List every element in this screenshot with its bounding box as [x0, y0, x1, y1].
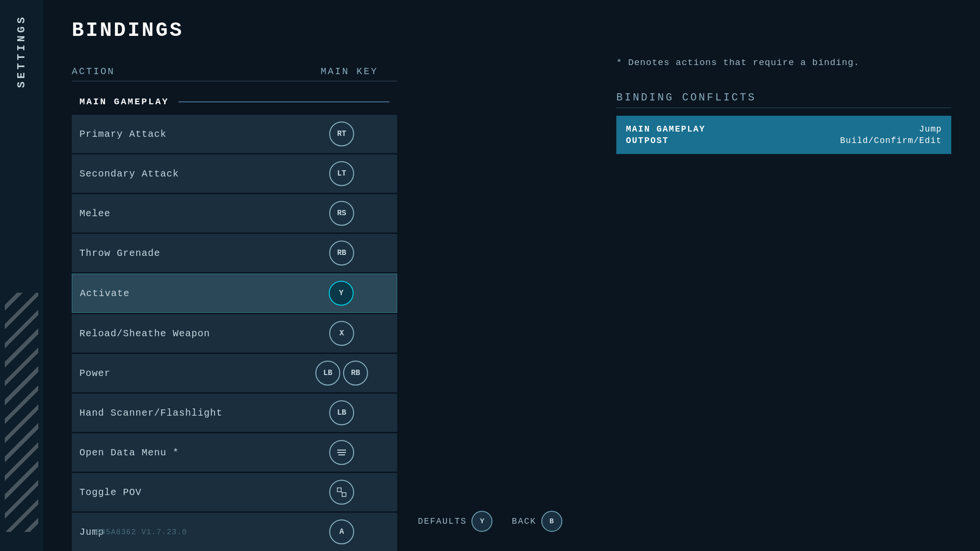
conflict-context-outpost: OUTPOST — [626, 136, 705, 145]
key-buttons: Y — [293, 281, 389, 306]
action-label: Toggle POV — [79, 487, 294, 498]
svg-line-2 — [341, 492, 342, 493]
key-Y: Y — [329, 281, 354, 306]
key-RT: RT — [329, 121, 354, 146]
binding-row-primary-attack[interactable]: Primary Attack RT — [72, 115, 397, 153]
action-label: Activate — [80, 288, 293, 299]
key-buttons: LT — [294, 161, 390, 186]
main-content: BINDINGS ACTION MAIN KEY MAIN GAMEPLAY P… — [43, 0, 980, 551]
nav-defaults[interactable]: DEFAULTS Y — [418, 511, 492, 532]
binding-row-hand-scanner[interactable]: Hand Scanner/Flashlight LB — [72, 394, 397, 432]
binding-row-open-data-menu[interactable]: Open Data Menu * — [72, 433, 397, 472]
binding-row-toggle-pov[interactable]: Toggle POV — [72, 473, 397, 511]
key-RB: RB — [329, 241, 354, 265]
action-label: Power — [79, 368, 294, 379]
section-main-gameplay: MAIN GAMEPLAY — [72, 91, 397, 113]
svg-rect-1 — [342, 493, 346, 496]
key-buttons: RB — [294, 241, 390, 265]
action-label: Secondary Attack — [79, 168, 294, 179]
defaults-key: Y — [472, 511, 493, 532]
binding-row-activate[interactable]: Activate Y — [72, 274, 397, 313]
version-info: 885A8362 V1.7.23.0 — [96, 528, 187, 537]
key-buttons — [294, 440, 390, 465]
bindings-header: ACTION MAIN KEY — [72, 66, 397, 81]
page-title: BINDINGS — [72, 19, 951, 42]
conflicts-title: BINDING CONFLICTS — [616, 92, 951, 108]
conflict-context-main: MAIN GAMEPLAY — [626, 124, 705, 134]
action-label: Reload/Sheathe Weapon — [79, 328, 294, 339]
conflict-action-build: Build/Confirm/Edit — [840, 136, 942, 145]
binding-row-reload[interactable]: Reload/Sheathe Weapon X — [72, 314, 397, 353]
conflict-row: MAIN GAMEPLAY OUTPOST Jump Build/Confirm… — [616, 116, 951, 154]
bindings-section: ACTION MAIN KEY MAIN GAMEPLAY Primary At… — [72, 66, 397, 551]
key-buttons: A — [294, 519, 390, 544]
key-LB: LB — [315, 361, 340, 386]
key-LT: LT — [329, 161, 354, 186]
back-label: BACK — [512, 517, 536, 526]
key-buttons: LB — [294, 400, 390, 425]
decorative-stripes — [5, 293, 38, 532]
key-buttons: X — [294, 321, 390, 346]
sidebar-title: SETTINGS — [16, 0, 28, 102]
conflict-actions: Jump Build/Confirm/Edit — [840, 124, 942, 145]
action-label: Melee — [79, 208, 294, 219]
key-RB: RB — [343, 361, 368, 386]
right-panel: * Denotes actions that require a binding… — [616, 57, 951, 154]
bottom-nav: DEFAULTS Y BACK B — [418, 511, 562, 532]
key-buttons: RT — [294, 121, 390, 146]
sidebar: SETTINGS — [0, 0, 43, 551]
action-column-header: ACTION — [72, 66, 301, 77]
action-label: Primary Attack — [79, 129, 294, 140]
info-text: * Denotes actions that require a binding… — [616, 57, 951, 68]
conflict-action-jump: Jump — [919, 124, 942, 134]
key-buttons — [294, 480, 390, 505]
menu-icon — [337, 450, 346, 455]
key-buttons: RS — [294, 201, 390, 226]
main-key-column-header: MAIN KEY — [301, 66, 397, 77]
key-RS: RS — [329, 201, 354, 226]
pov-icon — [336, 487, 347, 497]
key-pov — [329, 480, 354, 505]
section-divider — [178, 101, 390, 102]
defaults-label: DEFAULTS — [418, 517, 467, 526]
section-label: MAIN GAMEPLAY — [79, 97, 169, 107]
key-A: A — [329, 519, 354, 544]
back-key: B — [541, 511, 562, 532]
binding-row-melee[interactable]: Melee RS — [72, 194, 397, 232]
action-label: Hand Scanner/Flashlight — [79, 408, 294, 419]
binding-row-throw-grenade[interactable]: Throw Grenade RB — [72, 234, 397, 272]
binding-row-power[interactable]: Power LB RB — [72, 354, 397, 392]
action-label: Open Data Menu * — [79, 447, 294, 458]
conflict-contexts: MAIN GAMEPLAY OUTPOST — [626, 124, 705, 145]
key-X: X — [329, 321, 354, 346]
binding-row-secondary-attack[interactable]: Secondary Attack LT — [72, 154, 397, 193]
key-menu — [329, 440, 354, 465]
nav-back[interactable]: BACK B — [512, 511, 562, 532]
action-label: Throw Grenade — [79, 248, 294, 259]
key-LB: LB — [329, 400, 354, 425]
key-buttons: LB RB — [294, 361, 390, 386]
svg-rect-0 — [337, 488, 341, 492]
